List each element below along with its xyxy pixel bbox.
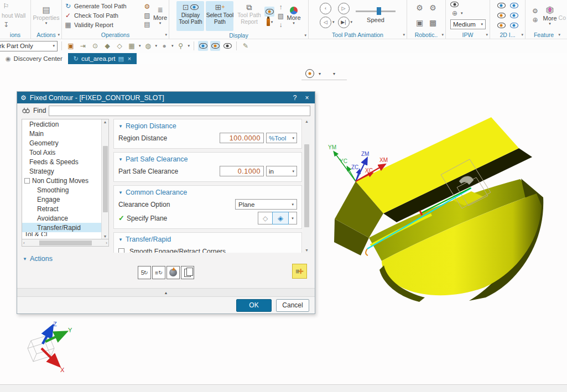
tool-small-icon[interactable]: ⚙: [143, 2, 152, 11]
properties-button[interactable]: Properties: [33, 14, 60, 21]
close-tab-icon[interactable]: ×: [128, 55, 131, 62]
plane-dialog-button[interactable]: ◇: [258, 212, 272, 224]
tree-item-main[interactable]: Main: [22, 129, 101, 138]
generate-tool-path-button[interactable]: ↻ Generate Tool Path: [64, 1, 141, 11]
dialog-collapse-strip[interactable]: ▲: [17, 288, 315, 297]
grid-small-icon[interactable]: ▨: [143, 11, 152, 20]
tree-item-tool-axis[interactable]: Tool Axis: [22, 148, 101, 157]
scroll-left-icon[interactable]: ‹: [23, 241, 25, 245]
key-icon[interactable]: ⚲: [176, 41, 186, 51]
plane-options-caret[interactable]: ▾: [289, 212, 297, 224]
check-tool-path-button[interactable]: ✓ Check Tool Path: [64, 11, 141, 20]
blob-icon[interactable]: ◍: [143, 41, 153, 51]
tab-cut-area-prt[interactable]: ↻ cut_area.prt ▤ ×: [68, 53, 137, 64]
display-tool-path-button[interactable]: ⊡ Display Tool Path: [176, 1, 204, 31]
tree-item-non-cutting-moves[interactable]: Non Cutting Moves: [22, 176, 101, 185]
actions-header[interactable]: ▼Actions: [23, 254, 309, 264]
tree-item-engage[interactable]: Engage: [22, 195, 101, 204]
scroll-down-icon[interactable]: ▼: [305, 248, 309, 252]
checkbox[interactable]: [24, 178, 30, 184]
robot-icon-4[interactable]: ▩: [429, 18, 438, 27]
tab-discovery-center[interactable]: ◉ Discovery Center: [0, 53, 68, 64]
ipw-resolution-select[interactable]: Medium▾: [450, 19, 486, 29]
tool-display-button[interactable]: ▾: [267, 18, 273, 26]
chevron-down-icon[interactable]: ▾: [139, 44, 141, 48]
close-button[interactable]: ×: [303, 94, 311, 102]
region-distance-unit-select[interactable]: %Tool▾: [266, 133, 297, 143]
chevron-down-icon[interactable]: ▾: [332, 20, 335, 24]
part-safe-clearance-input[interactable]: [220, 166, 264, 176]
gem-icon[interactable]: ◆: [102, 41, 112, 51]
tree-item-smoothing[interactable]: Smoothing: [22, 185, 101, 195]
tree-item-strategy[interactable]: Strategy: [22, 166, 101, 176]
replay-button[interactable]: ≡↻: [152, 266, 165, 279]
chevron-down-icon[interactable]: ▾: [441, 33, 444, 37]
scroll-thumb[interactable]: [39, 241, 92, 245]
slider-handle[interactable]: [377, 7, 381, 15]
panel-vertical-scrollbar[interactable]: ▲ ▼: [303, 119, 310, 253]
window-orange-icon[interactable]: ▣: [66, 41, 76, 51]
2d-eye-icon-5[interactable]: [497, 23, 506, 28]
chevron-down-icon[interactable]: ▾: [461, 11, 463, 15]
tree-item-feeds-speeds[interactable]: Feeds & Speeds: [22, 157, 101, 166]
operations-more-button[interactable]: ≣ More ▾: [153, 6, 167, 25]
ipw-eye-icon[interactable]: [450, 2, 459, 7]
arrow-down-icon[interactable]: ↓: [276, 20, 285, 29]
tool-path-report-button[interactable]: ⧉ Tool Path Report: [235, 1, 263, 31]
smooth-corners-checkbox[interactable]: [118, 248, 124, 253]
section-header[interactable]: ▼Part Safe Clearance: [118, 154, 297, 164]
graphics-viewport[interactable]: ▾ ▾: [0, 64, 567, 384]
orient-view-icon[interactable]: [305, 69, 314, 78]
ipw-people-icon[interactable]: ⊕: [450, 9, 459, 18]
arrow-up-icon[interactable]: ↑: [276, 3, 285, 12]
sphere-icon[interactable]: ●: [159, 41, 169, 51]
tree-item-avoidance[interactable]: Avoidance: [22, 213, 101, 223]
tree-item-clipped[interactable]: Tol & Cl: [22, 232, 101, 236]
chevron-down-icon[interactable]: ▾: [165, 33, 167, 37]
find-input[interactable]: [49, 106, 310, 116]
robot-icon-3[interactable]: ▣: [415, 18, 424, 27]
play-reverse-button[interactable]: ◁: [320, 17, 331, 28]
gem-light-icon[interactable]: ◇: [115, 41, 124, 51]
hide-eye-icon[interactable]: [222, 41, 232, 51]
mcs-eye-icon[interactable]: [198, 41, 208, 51]
chevron-down-icon[interactable]: ▾: [304, 33, 306, 38]
dialog-titlebar[interactable]: ⚙ Fixed Contour - [FIXED_CONTOUR_SLOT] ?…: [17, 92, 315, 103]
play-button[interactable]: ▷: [338, 3, 350, 14]
chevron-down-icon[interactable]: ▾: [58, 33, 60, 37]
work-part-select[interactable]: rk Part Only▾: [0, 41, 58, 51]
feature-icon-1[interactable]: ⚙: [530, 7, 539, 15]
robot-icon-2[interactable]: ⚙: [429, 3, 438, 12]
validity-report-button[interactable]: ▦ Validity Report: [64, 20, 141, 29]
part-safe-clearance-unit-select[interactable]: in▾: [266, 166, 297, 176]
tree-item-transfer-rapid[interactable]: Transfer/Rapid: [22, 223, 101, 232]
ok-button[interactable]: OK: [236, 299, 272, 312]
window-clock-icon[interactable]: ⊙: [90, 41, 100, 51]
robot-icon-1[interactable]: ⚙: [415, 3, 424, 12]
layers-icon[interactable]: ▧: [276, 12, 285, 20]
tree-horizontal-scrollbar[interactable]: ‹ ›: [22, 239, 109, 247]
chevron-down-icon[interactable]: ▾: [155, 44, 158, 48]
2d-eye-icon-6[interactable]: [510, 23, 518, 28]
help-button[interactable]: ?: [290, 94, 299, 102]
tree-vertical-scrollbar[interactable]: ▲ ▼: [101, 119, 108, 239]
list-button[interactable]: [181, 266, 194, 279]
clearance-option-select[interactable]: Plane▾: [235, 199, 297, 210]
tree-item-geometry[interactable]: Geometry: [22, 138, 101, 148]
2d-eye-icon-2[interactable]: [510, 3, 518, 8]
scroll-right-icon[interactable]: ›: [106, 241, 107, 245]
2d-eye-icon-1[interactable]: [497, 3, 506, 8]
chevron-down-icon[interactable]: ▾: [521, 33, 523, 37]
2d-eye-icon-4[interactable]: [510, 13, 518, 18]
chevron-down-icon[interactable]: ▾: [319, 71, 321, 76]
scroll-down-icon[interactable]: ▼: [103, 234, 107, 238]
chevron-down-icon[interactable]: ▾: [171, 44, 174, 48]
pencil-icon[interactable]: ✎: [241, 41, 251, 51]
chevron-down-icon[interactable]: ▾: [486, 33, 488, 37]
region-distance-input[interactable]: [220, 133, 264, 143]
chevron-down-icon[interactable]: ▾: [558, 33, 560, 37]
list-small-icon[interactable]: ▤: [143, 20, 152, 29]
chevron-down-icon[interactable]: ▾: [333, 71, 335, 76]
chevron-down-icon[interactable]: ▾: [188, 44, 190, 48]
tree-item-prediction[interactable]: Prediction: [22, 119, 101, 129]
